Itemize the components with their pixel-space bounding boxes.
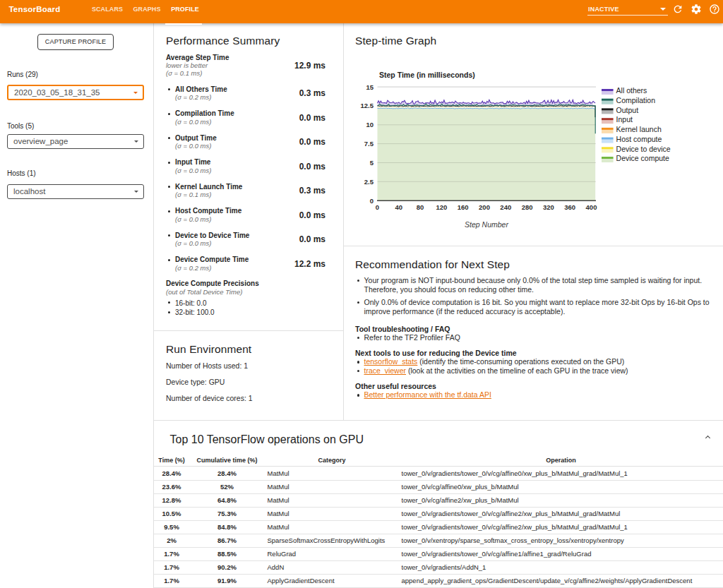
svg-text:160: 160 <box>458 203 469 211</box>
svg-text:Compilation: Compilation <box>616 96 656 104</box>
svg-text:Step Time (in milliseconds): Step Time (in milliseconds) <box>379 71 475 79</box>
svg-text:15: 15 <box>366 83 374 91</box>
svg-text:240: 240 <box>500 203 511 211</box>
svg-text:Step Number: Step Number <box>465 220 508 229</box>
svg-text:5: 5 <box>370 159 374 167</box>
svg-text:400: 400 <box>586 203 597 211</box>
svg-text:Output: Output <box>616 106 639 114</box>
svg-text:7.5: 7.5 <box>364 140 374 148</box>
svg-text:280: 280 <box>522 203 533 211</box>
svg-text:Host compute: Host compute <box>616 135 662 143</box>
svg-text:Kernel launch: Kernel launch <box>616 125 662 133</box>
svg-text:320: 320 <box>543 203 554 211</box>
svg-text:0: 0 <box>370 197 374 205</box>
svg-text:80: 80 <box>417 203 424 211</box>
svg-text:0: 0 <box>376 203 379 211</box>
svg-text:40: 40 <box>395 203 403 211</box>
svg-text:All others: All others <box>616 86 647 95</box>
svg-text:10: 10 <box>366 121 374 128</box>
svg-text:200: 200 <box>479 203 490 211</box>
svg-text:360: 360 <box>564 203 575 211</box>
svg-text:12.5: 12.5 <box>361 102 374 109</box>
svg-text:Device compute: Device compute <box>616 154 669 162</box>
svg-text:Input: Input <box>616 115 633 124</box>
svg-text:Device to device: Device to device <box>616 145 671 153</box>
svg-text:120: 120 <box>436 203 447 211</box>
svg-text:2.5: 2.5 <box>364 178 374 186</box>
